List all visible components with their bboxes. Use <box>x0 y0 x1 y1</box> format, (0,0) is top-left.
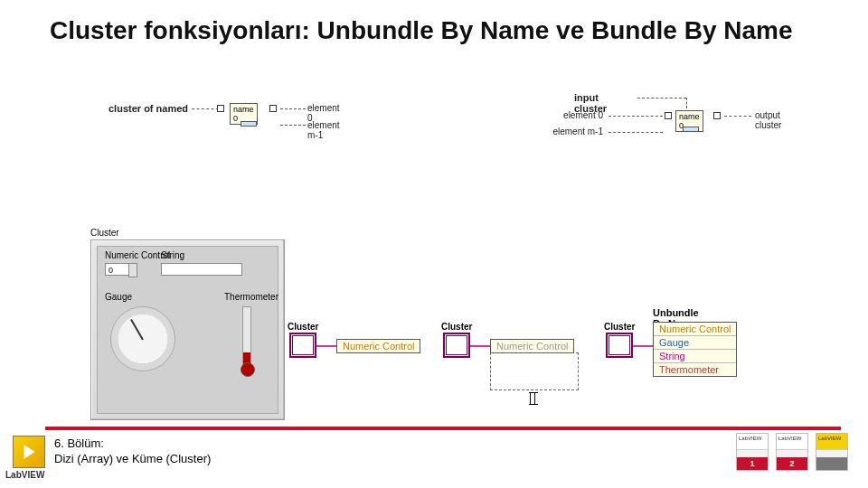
resize-outline <box>490 352 579 390</box>
front-panel-title: Cluster <box>90 228 119 238</box>
unbundle-out-bot: element m-1 <box>307 120 340 140</box>
unbundle-item-numeric[interactable]: Numeric Control <box>654 323 736 336</box>
unbundle-item[interactable]: Numeric Control <box>491 340 573 352</box>
footer-line1: 6. Bölüm: <box>54 436 211 451</box>
terminal-icon <box>713 112 721 119</box>
unbundle-node-1[interactable]: Numeric Control <box>336 339 420 353</box>
unbundle-input-label: cluster of named <box>108 103 190 114</box>
wire-dash <box>280 108 306 109</box>
footer-text: 6. Bölüm: Dizi (Array) ve Küme (Cluster) <box>54 436 211 466</box>
fp-thermo-label: Thermometer <box>224 292 278 302</box>
wire <box>633 345 653 347</box>
cluster-terminal-icon: Cluster <box>289 333 316 358</box>
wire <box>316 345 336 347</box>
terminal-icon <box>269 105 277 112</box>
unbundle-node-2[interactable]: Numeric Control <box>490 339 574 353</box>
wire-dash <box>609 132 663 133</box>
unbundle-item-thermo[interactable]: Thermometer <box>654 363 736 376</box>
cluster-label: Cluster <box>441 322 472 332</box>
footer-line2: Dizi (Array) ve Küme (Cluster) <box>54 451 211 466</box>
bundle-output-label: output cluster <box>755 110 781 130</box>
badge-3: LabVIEW <box>816 433 848 471</box>
badge-num <box>816 457 847 470</box>
gauge-needle-icon <box>130 319 144 341</box>
resize-handle-icon <box>683 127 699 132</box>
unbundle-item-string[interactable]: String <box>654 350 736 363</box>
wire-dash <box>280 125 306 126</box>
unbundle-item[interactable]: Numeric Control <box>337 340 420 352</box>
cluster-label: Cluster <box>288 322 318 332</box>
thermo-bulb-icon <box>241 362 255 377</box>
fp-numeric-control[interactable]: 0 <box>105 263 130 276</box>
labview-logo-caption: LabVIEW <box>5 470 44 480</box>
cluster-terminal-icon: Cluster <box>606 333 633 358</box>
badge-1: LabVIEW 1 <box>736 433 769 471</box>
footer-divider <box>45 427 841 430</box>
wire-dash <box>609 116 663 117</box>
cluster-label: Cluster <box>604 322 635 332</box>
wire-dash <box>724 116 751 117</box>
front-panel-cluster: Numeric Control 0 String Gauge Thermomet… <box>90 239 285 420</box>
fp-gauge-control[interactable] <box>110 306 175 371</box>
resize-cursor-icon <box>530 392 535 405</box>
labview-logo-icon <box>13 436 45 468</box>
badge-2: LabVIEW 2 <box>776 433 808 471</box>
slide-title: Cluster fonksiyonları: Unbundle By Name … <box>50 16 793 45</box>
fp-gauge-label: Gauge <box>105 292 132 302</box>
wire-dash <box>192 108 219 109</box>
wire <box>470 345 490 347</box>
terminal-icon <box>217 105 224 112</box>
terminal-icon <box>665 112 672 119</box>
wire-dash <box>686 98 687 108</box>
wire-dash <box>637 98 686 99</box>
badge-num: 1 <box>737 457 768 470</box>
footer-badges: LabVIEW 1 LabVIEW 2 LabVIEW <box>736 433 848 471</box>
cluster-terminal-icon: Cluster <box>443 333 470 358</box>
badge-top: LabVIEW <box>737 434 768 450</box>
fp-thermo-control[interactable] <box>242 306 251 370</box>
badge-top: LabVIEW <box>816 434 847 450</box>
bundle-elem-top: element 0 <box>549 110 603 120</box>
resize-handle-icon <box>241 121 257 127</box>
fp-string-control[interactable] <box>161 263 242 276</box>
badge-top: LabVIEW <box>777 434 807 450</box>
bundle-elem-bot: element m-1 <box>538 127 603 136</box>
fp-string-label: String <box>161 250 184 260</box>
badge-num: 2 <box>777 457 807 470</box>
unbundle-node-3[interactable]: Numeric Control Gauge String Thermometer <box>653 322 737 377</box>
unbundle-item-gauge[interactable]: Gauge <box>654 336 736 350</box>
